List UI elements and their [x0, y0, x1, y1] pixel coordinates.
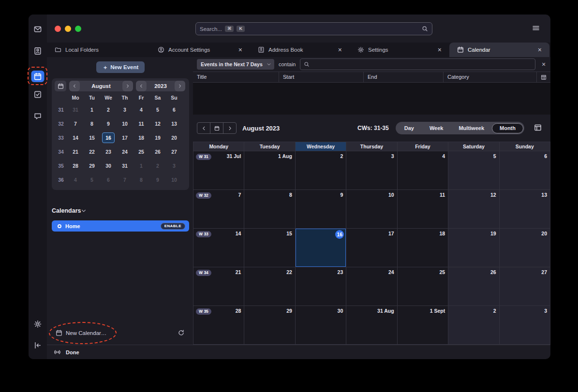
mini-cal-day[interactable]: 5: [84, 173, 100, 187]
spaces-settings-button[interactable]: [31, 318, 44, 330]
sync-calendars-button[interactable]: [178, 329, 186, 338]
month-view-day-cell[interactable]: W 327: [193, 190, 244, 229]
close-window-button[interactable]: [55, 26, 61, 32]
tab-settings[interactable]: Settings ×: [350, 43, 449, 57]
tab-local-folders[interactable]: Local Folders: [47, 43, 150, 57]
mini-cal-day[interactable]: 11: [133, 116, 149, 131]
previous-period-button[interactable]: [197, 122, 210, 134]
space-mail-button[interactable]: [31, 23, 44, 35]
mini-cal-day[interactable]: 15: [84, 131, 100, 145]
month-view-day-cell[interactable]: W 3421: [193, 267, 244, 306]
minimize-window-button[interactable]: [65, 26, 71, 32]
mini-cal-day[interactable]: 22: [84, 145, 100, 159]
mini-cal-day[interactable]: 8: [84, 116, 100, 131]
view-mode-multiweek[interactable]: Multiweek: [451, 123, 492, 133]
space-calendar-button[interactable]: [31, 71, 44, 82]
mini-cal-day[interactable]: 4: [67, 173, 84, 187]
month-view-day-cell[interactable]: 31 Aug: [346, 306, 397, 345]
tab-close-button[interactable]: ×: [238, 46, 242, 53]
mini-cal-day[interactable]: 4: [133, 102, 149, 116]
month-view-day-cell[interactable]: W 3314: [193, 229, 244, 267]
month-view-day-cell[interactable]: 20: [500, 229, 550, 267]
go-to-today-button[interactable]: [210, 122, 223, 134]
mini-cal-day[interactable]: 1: [84, 102, 100, 116]
tab-account-settings[interactable]: Account Settings ×: [150, 43, 250, 57]
event-filter-dropdown[interactable]: Events in the Next 7 Days: [197, 59, 274, 70]
mini-cal-day[interactable]: 25: [133, 145, 149, 159]
column-header-end[interactable]: End: [364, 72, 444, 82]
month-view-day-cell[interactable]: 1 Sept: [398, 306, 448, 345]
mini-cal-day[interactable]: 18: [133, 131, 149, 145]
column-picker-button[interactable]: [537, 72, 550, 82]
month-view-day-cell[interactable]: 2: [296, 151, 346, 190]
month-view-day-cell[interactable]: 16: [296, 229, 346, 267]
mini-cal-day[interactable]: 2: [100, 102, 117, 116]
clear-filter-button[interactable]: ×: [540, 60, 548, 68]
view-mode-week[interactable]: Week: [422, 123, 451, 133]
mini-cal-day[interactable]: 9: [149, 173, 166, 187]
global-search-bar[interactable]: Search... ⌘ K: [195, 22, 432, 35]
mini-cal-today-button[interactable]: [55, 81, 66, 91]
mini-cal-day[interactable]: 21: [67, 145, 84, 159]
month-view-day-cell[interactable]: 10: [346, 190, 397, 229]
month-view-day-cell[interactable]: 17: [346, 229, 397, 267]
view-mode-month[interactable]: Month: [492, 123, 523, 133]
mini-cal-day[interactable]: 6: [166, 102, 182, 116]
chevron-down-icon[interactable]: [81, 208, 87, 214]
next-year-button[interactable]: [175, 81, 185, 91]
space-tasks-button[interactable]: [31, 88, 44, 100]
next-month-button[interactable]: [122, 81, 133, 91]
month-view-day-cell[interactable]: 27: [500, 267, 550, 306]
mini-cal-day[interactable]: 12: [149, 116, 166, 131]
collapse-spaces-button[interactable]: [31, 339, 44, 351]
mini-cal-day[interactable]: 5: [149, 102, 166, 116]
month-view-day-cell[interactable]: 11: [398, 190, 448, 229]
month-view-day-cell[interactable]: W 3131 Jul: [193, 151, 244, 190]
mini-cal-day[interactable]: 31: [67, 102, 84, 116]
mini-cal-day[interactable]: 31: [117, 159, 133, 173]
month-view-day-cell[interactable]: 2: [448, 306, 499, 345]
month-view-day-cell[interactable]: 22: [244, 267, 295, 306]
mini-cal-day[interactable]: 7: [67, 116, 84, 131]
mini-cal-day[interactable]: 6: [100, 173, 117, 187]
previous-year-button[interactable]: [136, 81, 147, 91]
month-view-day-cell[interactable]: 3: [500, 306, 550, 345]
view-mode-day[interactable]: Day: [397, 123, 422, 133]
tab-close-button[interactable]: ×: [338, 46, 342, 53]
tab-close-button[interactable]: ×: [538, 46, 542, 53]
mini-cal-day[interactable]: 16: [100, 131, 117, 145]
mini-cal-day[interactable]: 2: [149, 159, 166, 173]
month-view-day-cell[interactable]: 5: [448, 151, 499, 190]
month-view-day-cell[interactable]: W 3528: [193, 306, 244, 345]
month-view-day-cell[interactable]: 30: [296, 306, 346, 345]
month-view-day-cell[interactable]: 6: [500, 151, 550, 190]
enable-badge[interactable]: ENABLE: [161, 223, 185, 230]
space-address-book-button[interactable]: [31, 45, 44, 57]
mini-cal-day[interactable]: 9: [100, 116, 117, 131]
events-table-body[interactable]: [193, 83, 550, 115]
month-view-day-cell[interactable]: 26: [448, 267, 499, 306]
mini-cal-day[interactable]: 28: [67, 159, 84, 173]
mini-cal-day[interactable]: 20: [166, 131, 182, 145]
month-view-day-cell[interactable]: 18: [398, 229, 448, 267]
month-view-day-cell[interactable]: 3: [346, 151, 397, 190]
mini-cal-day[interactable]: 30: [100, 159, 117, 173]
mini-cal-day[interactable]: 19: [149, 131, 166, 145]
calendar-layout-button[interactable]: [534, 124, 543, 132]
mini-cal-day[interactable]: 26: [149, 145, 166, 159]
mini-cal-day[interactable]: 10: [166, 173, 182, 187]
mini-cal-day[interactable]: 24: [117, 145, 133, 159]
month-view-day-cell[interactable]: 19: [448, 229, 499, 267]
column-header-category[interactable]: Category: [444, 72, 537, 82]
mini-cal-day[interactable]: 3: [117, 102, 133, 116]
month-view-day-cell[interactable]: 29: [244, 306, 295, 345]
mini-cal-day[interactable]: 29: [84, 159, 100, 173]
month-view-day-cell[interactable]: 24: [346, 267, 397, 306]
tab-close-button[interactable]: ×: [438, 46, 442, 53]
month-view-day-cell[interactable]: 15: [244, 229, 295, 267]
next-period-button[interactable]: [223, 122, 237, 134]
previous-month-button[interactable]: [69, 81, 80, 91]
mini-cal-day[interactable]: 3: [166, 159, 182, 173]
tab-calendar[interactable]: Calendar ×: [449, 43, 549, 57]
month-view-day-cell[interactable]: 25: [398, 267, 448, 306]
